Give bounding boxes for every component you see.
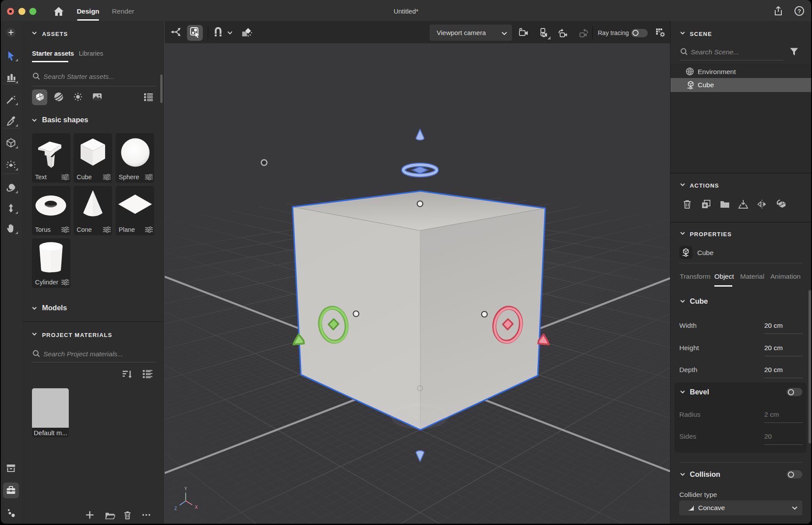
svg-text:X: X <box>195 505 198 510</box>
svg-text:Z: Z <box>174 506 177 511</box>
svg-text:?: ? <box>798 8 801 14</box>
svg-text:Y: Y <box>184 486 187 491</box>
